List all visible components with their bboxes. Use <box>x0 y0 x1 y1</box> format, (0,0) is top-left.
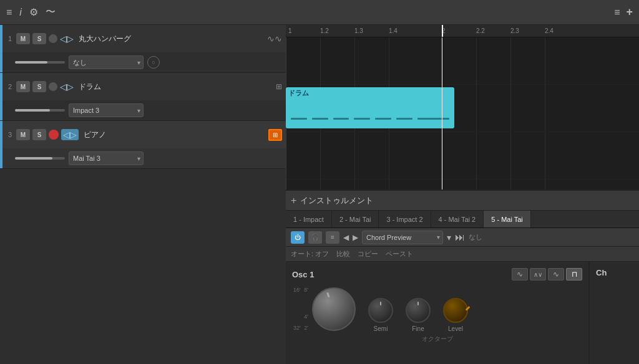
wave-square[interactable]: ⊓ <box>566 268 582 280</box>
file-button[interactable]: ≡ <box>326 231 339 244</box>
track-3-sub: Mai Tai 3 <box>2 148 286 168</box>
ruler-mark-24: 2.4 <box>545 27 554 34</box>
wave-buttons: ∿ ∧∨ ∿ ⊓ <box>512 268 582 280</box>
wave-triangle[interactable]: ∧∨ <box>530 268 546 280</box>
toolbar-right: ≡ + <box>614 6 633 19</box>
track-3-number: 3 <box>6 131 14 138</box>
tool1-icon[interactable]: ⚙ <box>29 6 38 18</box>
track-2-mute[interactable]: M <box>16 81 30 92</box>
track-2-solo[interactable]: S <box>32 81 46 92</box>
track-3-preset-wrapper: Mai Tai 3 <box>69 151 144 165</box>
track-1-clip-area <box>286 37 639 85</box>
power-button[interactable]: ⏻ <box>291 231 305 244</box>
osc-section: Osc 1 ∿ ∧∨ ∿ ⊓ 8' <box>286 262 589 364</box>
track-2-volume[interactable]: ◁▷ <box>60 82 74 92</box>
chord-preview-select[interactable]: Chord Preview <box>362 231 443 244</box>
wave-saw[interactable]: ∿ <box>548 268 564 280</box>
timeline[interactable]: 1 1.2 1.3 1.4 2 2.2 2.3 2.4 <box>286 25 639 189</box>
chord-select-wrapper: Chord Preview <box>362 231 443 244</box>
ruler-mark-13: 1.3 <box>354 27 363 34</box>
track-1-icon: ∿∿ <box>267 34 282 44</box>
track-3-icon[interactable]: ⊞ <box>268 129 282 141</box>
drum-clip[interactable]: ドラム <box>286 87 454 128</box>
track-1-number: 1 <box>6 35 14 42</box>
add-instrument-icon[interactable]: + <box>291 195 296 206</box>
track-2-rec[interactable] <box>49 82 57 91</box>
nashi-label: なし <box>469 232 482 242</box>
tab-impact2[interactable]: 3 - Impact 2 <box>379 211 431 228</box>
wave-sine[interactable]: ∿ <box>512 268 528 280</box>
instrument-tabs: 1 - Impact 2 - Mai Tai 3 - Impact 2 4 - … <box>286 211 639 228</box>
tab-maitai2[interactable]: 4 - Mai Tai 2 <box>431 211 484 228</box>
skip-icon[interactable]: ⏭ <box>455 232 465 243</box>
instrument-title: インストゥルメント <box>300 195 373 206</box>
info-icon[interactable]: i <box>19 7 22 18</box>
track-2-name: ドラム <box>79 82 273 92</box>
track-row-3: 3 M S ◁▷ ピアノ ⊞ Mai T <box>0 121 286 169</box>
ruler-mark-22: 2.2 <box>476 27 485 34</box>
headphone-button[interactable]: 🎧 <box>308 231 322 244</box>
ch-title: Ch <box>596 268 607 277</box>
track-2-icon: ⊞ <box>276 82 282 91</box>
track-3-mute[interactable]: M <box>16 129 30 140</box>
sub-controls-row: オート: オフ 比較 コピー ペースト <box>286 247 639 262</box>
timeline-content[interactable]: ドラム <box>286 37 639 189</box>
track-1-preset-wrapper: なし <box>69 55 144 69</box>
add-track-icon[interactable]: + <box>626 6 633 19</box>
track-1-preset[interactable]: なし <box>69 55 144 69</box>
fine-knob-container: Fine <box>406 298 431 332</box>
osc-title: Osc 1 <box>292 270 314 279</box>
fine-label: Fine <box>412 325 424 332</box>
clip-notes <box>291 118 449 120</box>
tab-impact[interactable]: 1 - Impact <box>286 211 332 228</box>
track-3-header: 3 M S ◁▷ ピアノ ⊞ <box>2 121 286 148</box>
instrument-header: + インストゥルメント <box>286 191 639 211</box>
compare-label[interactable]: 比較 <box>336 249 350 259</box>
track-1-volume-slider[interactable] <box>15 61 65 64</box>
octave-knob[interactable] <box>312 287 356 331</box>
level-knob[interactable] <box>443 298 468 323</box>
level-knob-container: Level <box>443 298 468 332</box>
drum-clip-label: ドラム <box>286 87 454 99</box>
list-icon[interactable]: ≡ <box>614 7 620 18</box>
next-arrow[interactable]: ▶ <box>353 233 358 242</box>
track-2-volume-slider[interactable] <box>15 109 65 112</box>
track-2-number: 2 <box>6 83 14 90</box>
track-3-volume[interactable]: ◁▷ <box>61 129 79 140</box>
menu-icon[interactable]: ≡ <box>6 7 12 18</box>
track-1-volume[interactable]: ◁▷ <box>60 34 74 44</box>
prev-arrow[interactable]: ◀ <box>343 233 349 242</box>
controls-row: ⏻ 🎧 ≡ ◀ ▶ Chord Preview ▾ ⏭ なし <box>286 228 639 247</box>
tab-maitai[interactable]: 2 - Mai Tai <box>332 211 379 228</box>
track-1-mute[interactable]: M <box>16 33 30 44</box>
tool2-icon[interactable]: 〜 <box>46 6 56 19</box>
track-1-name: 丸大ハンバーグ <box>79 34 265 44</box>
track-3-preset[interactable]: Mai Tai 3 <box>69 151 144 165</box>
semi-knob[interactable] <box>368 298 393 323</box>
level-label: Level <box>448 325 463 332</box>
track-1-solo[interactable]: S <box>32 33 46 44</box>
fine-knob[interactable] <box>406 298 431 323</box>
track-3-solo[interactable]: S <box>32 129 46 140</box>
main-layout: 1 M S ◁▷ 丸大ハンバーグ ∿∿ <box>0 25 639 364</box>
track-1-sub-btn[interactable]: ○ <box>147 56 160 69</box>
track-1-rec[interactable] <box>49 34 57 43</box>
track-3-volume-slider[interactable] <box>15 157 65 160</box>
synth-area: Osc 1 ∿ ∧∨ ∿ ⊓ 8' <box>286 262 639 364</box>
tab-maitai3[interactable]: 5 - Mai Tai <box>484 211 531 228</box>
right-panel: 1 1.2 1.3 1.4 2 2.2 2.3 2.4 <box>286 25 639 364</box>
semi-knob-container: Semi <box>368 298 393 332</box>
octave-bottom-label: オクターブ <box>292 335 582 343</box>
octave-knob-container <box>312 287 356 331</box>
dropdown-arrow[interactable]: ▾ <box>447 232 451 242</box>
track-2-preset[interactable]: Impact 3 <box>69 103 144 117</box>
track-2-header: 2 M S ◁▷ ドラム ⊞ <box>2 73 286 100</box>
paste-label[interactable]: ペースト <box>386 249 413 259</box>
toolbar-left: ≡ i ⚙ 〜 <box>6 6 56 19</box>
track-3-name: ピアノ <box>84 130 266 140</box>
instrument-panel: + インストゥルメント 1 - Impact 2 - Mai Tai 3 - I… <box>286 189 639 364</box>
copy-label[interactable]: コピー <box>358 249 378 259</box>
track-2-preset-wrapper: Impact 3 <box>69 103 144 117</box>
track-3-rec[interactable] <box>49 130 59 140</box>
top-toolbar: ≡ i ⚙ 〜 ≡ + <box>0 0 639 25</box>
